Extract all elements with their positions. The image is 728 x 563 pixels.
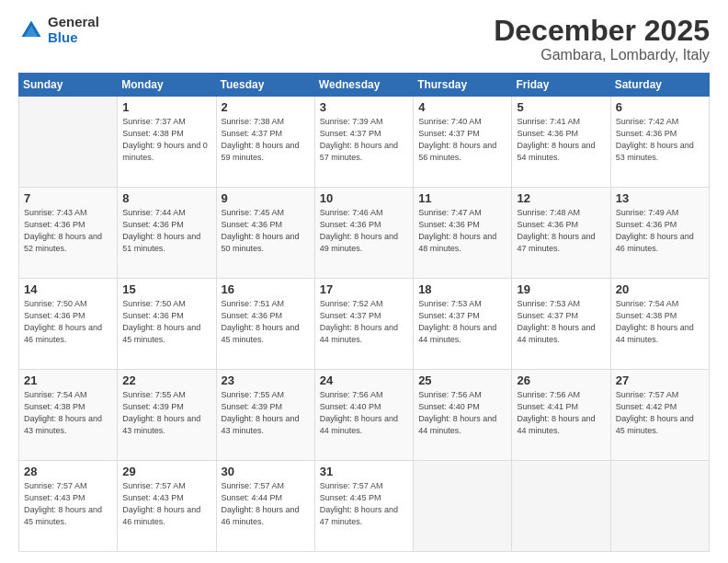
day-detail: Sunrise: 7:48 AM Sunset: 4:36 PM Dayligh…: [517, 207, 605, 255]
day-detail: Sunrise: 7:56 AM Sunset: 4:40 PM Dayligh…: [418, 389, 506, 437]
day-number: 6: [616, 100, 704, 114]
day-number: 21: [24, 373, 112, 387]
day-detail: Sunrise: 7:38 AM Sunset: 4:37 PM Dayligh…: [222, 116, 310, 164]
day-detail: Sunrise: 7:44 AM Sunset: 4:36 PM Dayligh…: [122, 207, 210, 255]
day-detail: Sunrise: 7:57 AM Sunset: 4:42 PM Dayligh…: [616, 389, 704, 437]
day-number: 12: [517, 191, 605, 205]
col-friday: Friday: [512, 74, 610, 97]
day-number: 19: [517, 282, 605, 296]
calendar-day-cell: 9 Sunrise: 7:45 AM Sunset: 4:36 PM Dayli…: [216, 188, 314, 279]
day-detail: Sunrise: 7:52 AM Sunset: 4:37 PM Dayligh…: [320, 298, 408, 346]
calendar-week-row: 21 Sunrise: 7:54 AM Sunset: 4:38 PM Dayl…: [19, 370, 710, 461]
calendar-week-row: 1 Sunrise: 7:37 AM Sunset: 4:38 PM Dayli…: [19, 97, 710, 188]
day-number: 2: [222, 100, 310, 114]
logo-blue-text: Blue: [48, 30, 99, 46]
calendar-week-row: 7 Sunrise: 7:43 AM Sunset: 4:36 PM Dayli…: [19, 188, 710, 279]
day-number: 4: [418, 100, 506, 114]
logo-general-text: General: [48, 15, 99, 30]
col-tuesday: Tuesday: [216, 74, 314, 97]
day-detail: Sunrise: 7:39 AM Sunset: 4:37 PM Dayligh…: [320, 116, 408, 164]
day-number: 17: [320, 282, 408, 296]
calendar-title: December 2025: [494, 15, 710, 47]
day-number: 25: [418, 373, 506, 387]
calendar-day-cell: 16 Sunrise: 7:51 AM Sunset: 4:36 PM Dayl…: [216, 279, 314, 370]
day-detail: Sunrise: 7:57 AM Sunset: 4:43 PM Dayligh…: [24, 480, 112, 528]
calendar-day-cell: [512, 461, 610, 552]
logo: General Blue: [18, 15, 99, 45]
day-number: 28: [24, 465, 112, 478]
calendar-day-cell: 28 Sunrise: 7:57 AM Sunset: 4:43 PM Dayl…: [19, 461, 118, 552]
calendar-location: Gambara, Lombardy, Italy: [494, 47, 710, 63]
calendar-header-row: Sunday Monday Tuesday Wednesday Thursday…: [19, 74, 710, 97]
calendar-day-cell: 17 Sunrise: 7:52 AM Sunset: 4:37 PM Dayl…: [314, 279, 413, 370]
day-detail: Sunrise: 7:57 AM Sunset: 4:45 PM Dayligh…: [320, 480, 408, 528]
day-number: 20: [616, 282, 704, 296]
day-number: 10: [320, 191, 408, 205]
calendar-day-cell: 2 Sunrise: 7:38 AM Sunset: 4:37 PM Dayli…: [216, 97, 314, 188]
calendar-day-cell: 31 Sunrise: 7:57 AM Sunset: 4:45 PM Dayl…: [314, 461, 413, 552]
col-sunday: Sunday: [19, 74, 118, 97]
header: General Blue December 2025 Gambara, Lomb…: [18, 15, 710, 63]
day-number: 16: [222, 282, 310, 296]
calendar-day-cell: 20 Sunrise: 7:54 AM Sunset: 4:38 PM Dayl…: [610, 279, 709, 370]
day-detail: Sunrise: 7:50 AM Sunset: 4:36 PM Dayligh…: [122, 298, 210, 346]
day-number: 3: [320, 100, 408, 114]
day-number: 9: [222, 191, 310, 205]
calendar-day-cell: 6 Sunrise: 7:42 AM Sunset: 4:36 PM Dayli…: [610, 97, 709, 188]
calendar-day-cell: [19, 97, 118, 188]
page: General Blue December 2025 Gambara, Lomb…: [0, 0, 728, 563]
calendar-day-cell: 10 Sunrise: 7:46 AM Sunset: 4:36 PM Dayl…: [314, 188, 413, 279]
calendar-day-cell: 24 Sunrise: 7:56 AM Sunset: 4:40 PM Dayl…: [314, 370, 413, 461]
day-number: 14: [24, 282, 112, 296]
day-number: 13: [616, 191, 704, 205]
calendar-day-cell: 21 Sunrise: 7:54 AM Sunset: 4:38 PM Dayl…: [19, 370, 118, 461]
day-detail: Sunrise: 7:56 AM Sunset: 4:41 PM Dayligh…: [517, 389, 605, 437]
day-number: 22: [122, 373, 210, 387]
day-detail: Sunrise: 7:54 AM Sunset: 4:38 PM Dayligh…: [24, 389, 112, 437]
day-detail: Sunrise: 7:41 AM Sunset: 4:36 PM Dayligh…: [517, 116, 605, 164]
day-number: 7: [24, 191, 112, 205]
day-number: 15: [122, 282, 210, 296]
day-number: 26: [517, 373, 605, 387]
day-detail: Sunrise: 7:40 AM Sunset: 4:37 PM Dayligh…: [418, 116, 506, 164]
calendar-day-cell: 25 Sunrise: 7:56 AM Sunset: 4:40 PM Dayl…: [414, 370, 512, 461]
day-detail: Sunrise: 7:49 AM Sunset: 4:36 PM Dayligh…: [616, 207, 704, 255]
day-number: 8: [122, 191, 210, 205]
calendar-table: Sunday Monday Tuesday Wednesday Thursday…: [18, 73, 710, 552]
day-detail: Sunrise: 7:57 AM Sunset: 4:44 PM Dayligh…: [222, 480, 310, 528]
day-detail: Sunrise: 7:55 AM Sunset: 4:39 PM Dayligh…: [222, 389, 310, 437]
calendar-day-cell: 19 Sunrise: 7:53 AM Sunset: 4:37 PM Dayl…: [512, 279, 610, 370]
calendar-week-row: 28 Sunrise: 7:57 AM Sunset: 4:43 PM Dayl…: [19, 461, 710, 552]
col-thursday: Thursday: [414, 74, 512, 97]
calendar-day-cell: [610, 461, 709, 552]
day-number: 23: [222, 373, 310, 387]
title-block: December 2025 Gambara, Lombardy, Italy: [494, 15, 710, 63]
calendar-day-cell: 23 Sunrise: 7:55 AM Sunset: 4:39 PM Dayl…: [216, 370, 314, 461]
day-detail: Sunrise: 7:57 AM Sunset: 4:43 PM Dayligh…: [122, 480, 210, 528]
day-detail: Sunrise: 7:56 AM Sunset: 4:40 PM Dayligh…: [320, 389, 408, 437]
calendar-week-row: 14 Sunrise: 7:50 AM Sunset: 4:36 PM Dayl…: [19, 279, 710, 370]
day-detail: Sunrise: 7:50 AM Sunset: 4:36 PM Dayligh…: [24, 298, 112, 346]
day-number: 31: [320, 465, 408, 478]
calendar-day-cell: 22 Sunrise: 7:55 AM Sunset: 4:39 PM Dayl…: [118, 370, 216, 461]
calendar-day-cell: 8 Sunrise: 7:44 AM Sunset: 4:36 PM Dayli…: [118, 188, 216, 279]
calendar-day-cell: 5 Sunrise: 7:41 AM Sunset: 4:36 PM Dayli…: [512, 97, 610, 188]
col-wednesday: Wednesday: [314, 74, 413, 97]
calendar-day-cell: 12 Sunrise: 7:48 AM Sunset: 4:36 PM Dayl…: [512, 188, 610, 279]
calendar-day-cell: 14 Sunrise: 7:50 AM Sunset: 4:36 PM Dayl…: [19, 279, 118, 370]
calendar-day-cell: 1 Sunrise: 7:37 AM Sunset: 4:38 PM Dayli…: [118, 97, 216, 188]
calendar-day-cell: 3 Sunrise: 7:39 AM Sunset: 4:37 PM Dayli…: [314, 97, 413, 188]
calendar-day-cell: 13 Sunrise: 7:49 AM Sunset: 4:36 PM Dayl…: [610, 188, 709, 279]
col-saturday: Saturday: [610, 74, 709, 97]
day-detail: Sunrise: 7:47 AM Sunset: 4:36 PM Dayligh…: [418, 207, 506, 255]
day-detail: Sunrise: 7:45 AM Sunset: 4:36 PM Dayligh…: [222, 207, 310, 255]
day-number: 1: [122, 100, 210, 114]
day-number: 30: [222, 465, 310, 478]
day-number: 24: [320, 373, 408, 387]
day-number: 11: [418, 191, 506, 205]
calendar-day-cell: 18 Sunrise: 7:53 AM Sunset: 4:37 PM Dayl…: [414, 279, 512, 370]
day-detail: Sunrise: 7:46 AM Sunset: 4:36 PM Dayligh…: [320, 207, 408, 255]
day-number: 29: [122, 465, 210, 478]
calendar-day-cell: 7 Sunrise: 7:43 AM Sunset: 4:36 PM Dayli…: [19, 188, 118, 279]
calendar-day-cell: 15 Sunrise: 7:50 AM Sunset: 4:36 PM Dayl…: [118, 279, 216, 370]
